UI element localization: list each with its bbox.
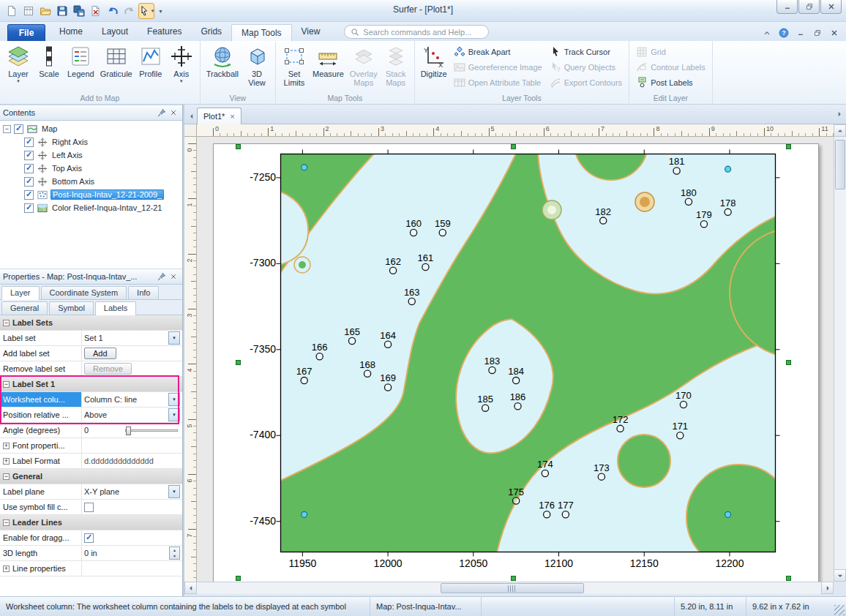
horizontal-scrollbar[interactable] — [184, 582, 834, 594]
selection-handle[interactable] — [511, 576, 516, 581]
save-all-button[interactable] — [71, 3, 87, 19]
ribbon-button-legend[interactable]: Legend — [64, 42, 97, 79]
ribbon-button-axis[interactable]: Axis▼ — [166, 42, 197, 84]
properties-tab-info[interactable]: Info — [128, 286, 159, 299]
collapse-icon[interactable]: − — [3, 125, 11, 133]
visibility-checkbox[interactable] — [24, 177, 34, 187]
ribbon-tab-home[interactable]: Home — [50, 23, 92, 41]
search-input[interactable]: Search commands and Help... — [344, 25, 489, 39]
vertical-ruler[interactable]: 012345678 — [184, 137, 197, 582]
selection-handle[interactable] — [786, 144, 791, 149]
contents-pin-button[interactable] — [156, 107, 168, 119]
contents-close-button[interactable] — [168, 107, 179, 119]
ribbon-button-layer[interactable]: Layer▼ — [3, 42, 34, 84]
collapse-icon[interactable]: − — [3, 473, 10, 480]
new-document-button[interactable] — [4, 3, 20, 19]
ribbon-tab-grids[interactable]: Grids — [191, 23, 231, 41]
undo-button[interactable] — [105, 3, 121, 19]
visibility-checkbox[interactable] — [14, 124, 23, 134]
ribbon-tab-features[interactable]: Features — [138, 23, 191, 41]
tree-item-color-relief-inqua-intav-12-21[interactable]: Color Relief-Inqua-Intav_12-21 — [0, 201, 182, 214]
properties-tab-layer[interactable]: Layer — [1, 286, 40, 300]
scroll-right-button[interactable] — [821, 582, 834, 594]
ribbon-button-graticule[interactable]: Graticule — [97, 42, 135, 79]
plot-canvas[interactable]: 1591601611621631641651661671681691701711… — [197, 137, 834, 582]
collapse-ribbon-button[interactable] — [760, 26, 774, 39]
collapse-icon[interactable]: − — [3, 381, 10, 388]
minimize-button[interactable] — [776, 0, 798, 14]
ribbon-button-scale[interactable]: Scale — [34, 42, 64, 79]
properties-subtab-labels[interactable]: Labels — [95, 301, 136, 315]
spinner-3d-length[interactable]: ▲▼ — [169, 546, 180, 560]
tab-scroll-left-button[interactable] — [186, 109, 197, 124]
horizontal-scrollbar-thumb[interactable] — [441, 583, 584, 593]
property-row-general[interactable]: −General — [0, 469, 182, 484]
selection-handle[interactable] — [786, 360, 791, 365]
ribbon-button-profile[interactable]: Profile — [135, 42, 166, 79]
selection-handle[interactable] — [236, 576, 241, 581]
vertical-scrollbar[interactable] — [834, 124, 846, 582]
expand-icon[interactable]: + — [3, 458, 10, 465]
property-row-leader-lines[interactable]: −Leader Lines — [0, 515, 182, 530]
dropdown-label-set[interactable]: Set 1▼ — [82, 331, 182, 345]
selection-handle[interactable] — [511, 144, 516, 149]
ribbon-tab-layout[interactable]: Layout — [92, 23, 138, 41]
visibility-checkbox[interactable] — [24, 151, 34, 160]
vertical-scrollbar-thumb[interactable] — [835, 140, 845, 189]
visibility-checkbox[interactable] — [24, 190, 34, 200]
map-layer[interactable]: 1591601611621631641651661671681691701711… — [280, 154, 776, 552]
ribbon-button-3d-view[interactable]: 3D View — [242, 42, 272, 88]
property-row-label-sets[interactable]: −Label Sets — [0, 315, 182, 331]
ribbon-button-post-labels[interactable]: Post Labels — [632, 75, 709, 90]
properties-pin-button[interactable] — [156, 271, 168, 282]
ribbon-button-measure[interactable]: Measure — [310, 42, 347, 79]
open-button[interactable] — [37, 3, 53, 19]
redo-button[interactable] — [121, 3, 138, 19]
dropdown-label-plane[interactable]: X-Y plane▼ — [82, 484, 182, 499]
scroll-down-button[interactable] — [834, 569, 846, 582]
dropdown-arrow-icon[interactable]: ▼ — [168, 408, 180, 421]
tree-item-left-axis[interactable]: Left Axis — [0, 149, 182, 162]
selection-handle[interactable] — [236, 144, 241, 149]
dropdown-worksheet-colu[interactable]: Column C: line▼ — [82, 392, 182, 407]
add-button[interactable]: Add — [84, 348, 116, 359]
selection-handle[interactable] — [236, 360, 241, 365]
tab-file[interactable]: File — [7, 24, 45, 41]
collapse-icon[interactable]: − — [3, 320, 10, 326]
ribbon-button-digitize[interactable]: YXDigitize — [418, 42, 450, 79]
tree-item-right-axis[interactable]: Right Axis — [0, 135, 182, 149]
save-button[interactable] — [54, 3, 70, 19]
dropdown-arrow-icon[interactable]: ▼ — [168, 485, 180, 498]
property-row-label-set-1[interactable]: −Label Set 1 — [0, 377, 182, 392]
angle-slider[interactable] — [125, 429, 178, 432]
visibility-checkbox[interactable] — [24, 203, 34, 213]
resize-grip[interactable] — [834, 605, 845, 615]
tree-item-post-inqua-intav-12-21-2009[interactable]: Post-Inqua-Intav_12-21-2009_ — [0, 188, 182, 201]
ribbon-button-track-cursor[interactable]: Track Cursor — [546, 44, 626, 59]
visibility-checkbox[interactable] — [24, 138, 34, 147]
export-button[interactable] — [88, 3, 104, 19]
doc-minimize-button[interactable] — [793, 26, 808, 39]
properties-subtab-symbol[interactable]: Symbol — [49, 301, 94, 315]
ribbon-tab-map-tools[interactable]: Map Tools — [231, 24, 291, 42]
tree-item-top-axis[interactable]: Top Axis — [0, 162, 182, 175]
tab-scroll-right-button[interactable] — [834, 107, 845, 121]
properties-close-button[interactable] — [168, 271, 179, 282]
dropdown-arrow-icon[interactable]: ▼ — [168, 331, 180, 345]
expand-icon[interactable]: + — [3, 443, 10, 449]
ribbon-button-trackball[interactable]: Trackball — [203, 42, 242, 79]
help-button[interactable]: ? — [776, 26, 791, 39]
restore-button[interactable] — [798, 0, 820, 14]
checkbox-enable-for-dragg[interactable] — [84, 533, 94, 543]
tree-item-map[interactable]: −Map — [0, 122, 182, 135]
ribbon-button-set-limits[interactable]: Set Limits — [279, 42, 310, 88]
ribbon-tab-view[interactable]: View — [292, 23, 330, 41]
close-button[interactable] — [820, 0, 842, 14]
tab-close-icon[interactable]: × — [230, 113, 234, 121]
new-worksheet-button[interactable] — [20, 3, 37, 19]
collapse-icon[interactable]: − — [3, 519, 10, 526]
properties-tab-coordinate-system[interactable]: Coordinate System — [41, 286, 127, 299]
ribbon-button-break-apart[interactable]: Break Apart — [450, 44, 546, 59]
properties-subtab-general[interactable]: General — [1, 301, 48, 315]
dropdown-arrow-icon[interactable]: ▼ — [168, 393, 180, 406]
